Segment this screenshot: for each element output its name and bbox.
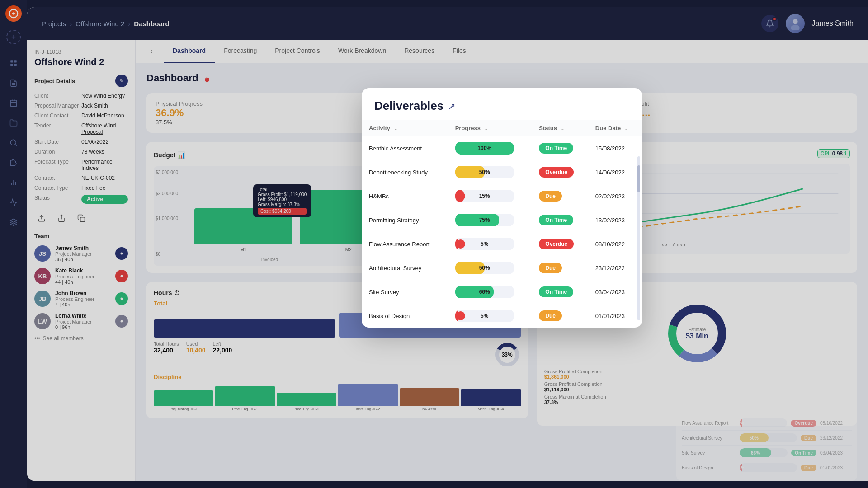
modal-title: Deliverables (374, 99, 443, 113)
activity-sort-icon[interactable]: ⌄ (394, 126, 397, 131)
col-due-date[interactable]: Due Date ⌄ (588, 120, 642, 136)
cell-status: Overdue (532, 160, 588, 184)
cell-activity: Architectural Survey (362, 256, 448, 280)
progress-bar: 66% (455, 286, 514, 298)
progress-text: 75% (455, 217, 514, 223)
status-pill: Due (539, 191, 562, 202)
progress-dot (456, 311, 465, 320)
table-row[interactable]: Benthic Assessment 100% On Time 15/08/20… (362, 136, 642, 160)
cell-status: Due (532, 304, 588, 328)
cell-status: On Time (532, 208, 588, 232)
cell-progress: 66% (448, 280, 532, 304)
cell-progress: 15% (448, 184, 532, 208)
cell-activity: Site Survey (362, 280, 448, 304)
cell-activity: Permitting Strategy (362, 208, 448, 232)
status-pill: On Time (539, 286, 573, 297)
progress-text: 100% (455, 145, 514, 151)
table-row[interactable]: Architectural Survey 50% Due 23/12/2022 (362, 256, 642, 280)
progress-bar: 5% (455, 310, 514, 322)
cell-progress: 50% (448, 160, 532, 184)
cell-status: On Time (532, 136, 588, 160)
cell-due-date: 03/04/2023 (588, 280, 642, 304)
progress-bar: 50% (455, 166, 514, 178)
col-progress-label: Progress (455, 125, 481, 131)
status-pill: On Time (539, 215, 573, 225)
cell-progress: 5% (448, 304, 532, 328)
progress-bar: 100% (455, 142, 514, 155)
progress-sort-icon[interactable]: ⌄ (484, 126, 488, 131)
table-row[interactable]: Basis of Design 5% Due 01/01/2023 (362, 304, 642, 328)
cell-activity: H&MBs (362, 184, 448, 208)
cell-status: Overdue (532, 232, 588, 256)
cell-status: On Time (532, 280, 588, 304)
progress-dot (456, 239, 465, 249)
status-pill: Overdue (539, 239, 574, 249)
cell-due-date: 15/08/2022 (588, 136, 642, 160)
scrollbar-thumb (637, 165, 640, 192)
table-row[interactable]: Permitting Strategy 75% On Time 13/02/20… (362, 208, 642, 232)
cell-activity: Benthic Assessment (362, 136, 448, 160)
col-activity[interactable]: Activity ⌄ (362, 120, 448, 136)
table-header-row: Activity ⌄ Progress ⌄ Status ⌄ Due Date … (362, 120, 642, 136)
progress-bar: 15% (455, 190, 514, 202)
status-pill: Overdue (539, 167, 574, 178)
cell-activity: Flow Assurance Report (362, 232, 448, 256)
table-row[interactable]: Site Survey 66% On Time 03/04/2023 (362, 280, 642, 304)
cell-progress: 75% (448, 208, 532, 232)
table-row[interactable]: H&MBs 15% Due 02/02/2023 (362, 184, 642, 208)
table-row[interactable]: Flow Assurance Report 5% Overdue 08/10/2… (362, 232, 642, 256)
modal-table-wrapper: Activity ⌄ Progress ⌄ Status ⌄ Due Date … (362, 120, 642, 328)
progress-bar: 75% (455, 214, 514, 226)
cell-due-date: 01/01/2023 (588, 304, 642, 328)
col-status[interactable]: Status ⌄ (532, 120, 588, 136)
status-sort-icon[interactable]: ⌄ (561, 126, 564, 131)
col-status-label: Status (539, 125, 557, 131)
modal-scrollbar[interactable] (637, 156, 640, 320)
modal-link-icon[interactable]: ↗ (448, 101, 456, 112)
cell-activity: Debottlenecking Study (362, 160, 448, 184)
modal-header: Deliverables ↗ (362, 88, 642, 120)
cell-progress: 50% (448, 256, 532, 280)
progress-text: 50% (455, 169, 514, 175)
cell-due-date: 13/02/2023 (588, 208, 642, 232)
col-progress[interactable]: Progress ⌄ (448, 120, 532, 136)
cell-activity: Basis of Design (362, 304, 448, 328)
cell-due-date: 02/02/2023 (588, 184, 642, 208)
progress-dot (456, 192, 465, 201)
col-due-date-label: Due Date (595, 125, 621, 131)
status-pill: Due (539, 263, 562, 273)
cell-due-date: 23/12/2022 (588, 256, 642, 280)
cell-due-date: 14/06/2022 (588, 160, 642, 184)
cell-progress: 100% (448, 136, 532, 160)
status-pill: On Time (539, 143, 573, 154)
cell-status: Due (532, 184, 588, 208)
progress-bar: 5% (455, 238, 514, 250)
col-activity-label: Activity (369, 125, 390, 131)
deliverables-tbody: Benthic Assessment 100% On Time 15/08/20… (362, 136, 642, 328)
status-pill: Due (539, 310, 562, 321)
deliverables-modal: Deliverables ↗ Activity ⌄ Progress ⌄ Sta… (362, 88, 642, 328)
cell-due-date: 08/10/2022 (588, 232, 642, 256)
due-date-sort-icon[interactable]: ⌄ (624, 126, 628, 131)
progress-text: 66% (455, 289, 514, 295)
progress-bar: 50% (455, 262, 514, 274)
modal-table: Activity ⌄ Progress ⌄ Status ⌄ Due Date … (362, 120, 642, 328)
cell-status: Due (532, 256, 588, 280)
table-row[interactable]: Debottlenecking Study 50% Overdue 14/06/… (362, 160, 642, 184)
cell-progress: 5% (448, 232, 532, 256)
progress-text: 50% (455, 265, 514, 271)
